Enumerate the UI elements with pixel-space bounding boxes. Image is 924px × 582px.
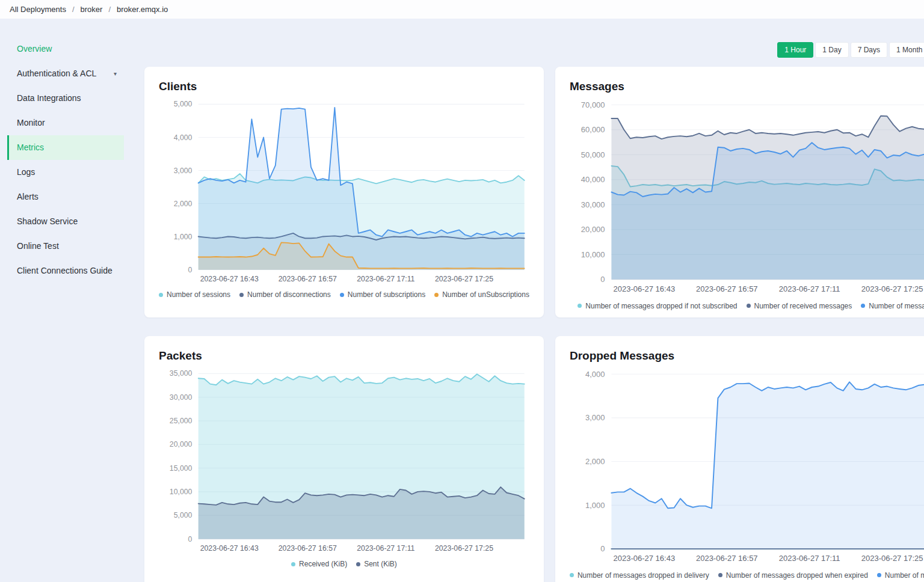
- svg-text:50,000: 50,000: [581, 150, 605, 159]
- svg-text:2023-06-27 16:43: 2023-06-27 16:43: [613, 284, 675, 293]
- legend-item[interactable]: Number of sessions: [159, 290, 230, 299]
- svg-text:10,000: 10,000: [170, 488, 192, 496]
- svg-text:2023-06-27 16:57: 2023-06-27 16:57: [696, 554, 758, 563]
- time-range-toolbar: 1 Hour 1 Day 7 Days 1 Month 6 Months: [144, 42, 924, 58]
- legend-dot-icon: [578, 304, 582, 308]
- svg-text:40,000: 40,000: [581, 175, 605, 184]
- chart-title: Messages: [570, 80, 924, 93]
- chart-panel-packets: Packets 05,00010,00015,00020,00025,00030…: [144, 336, 544, 582]
- legend-label: Number of m: [885, 571, 924, 580]
- messages-chart-canvas[interactable]: 010,00020,00030,00040,00050,00060,00070,…: [570, 96, 924, 302]
- legend-item[interactable]: Received (KiB): [291, 560, 347, 568]
- clients-chart-canvas[interactable]: 01,0002,0003,0004,0005,0002023-06-27 16:…: [159, 96, 529, 290]
- breadcrumb-broker[interactable]: broker: [81, 5, 103, 14]
- legend-dot-icon: [434, 293, 439, 297]
- legend-dot-icon: [861, 304, 865, 308]
- legend-label: Sent (KiB): [364, 560, 397, 568]
- svg-text:2023-06-27 16:43: 2023-06-27 16:43: [613, 554, 675, 563]
- chart-panel-messages: Messages 010,00020,00030,00040,00050,000…: [555, 67, 924, 317]
- sidebar-item-overview[interactable]: Overview: [7, 37, 124, 61]
- legend-label: Number of received messages: [754, 302, 852, 310]
- time-range-1-month[interactable]: 1 Month: [889, 42, 924, 58]
- legend-label: Number of disconnections: [247, 290, 331, 299]
- sidebar-item-label: Alerts: [17, 192, 38, 202]
- legend-dot-icon: [291, 562, 295, 566]
- main-content: 1 Hour 1 Day 7 Days 1 Month 6 Months Cli…: [125, 19, 924, 582]
- legend-item[interactable]: Number of messages dropped when expired: [718, 571, 868, 580]
- legend-label: Number of messages sent: [869, 302, 924, 310]
- legend-dot-icon: [747, 304, 751, 308]
- sidebar-item-monitor[interactable]: Monitor: [7, 111, 124, 135]
- sidebar-item-shadow-service[interactable]: Shadow Service: [7, 209, 124, 234]
- legend-dot-icon: [356, 562, 360, 566]
- legend-dot-icon: [239, 293, 244, 297]
- charts-grid: Clients 01,0002,0003,0004,0005,0002023-0…: [144, 67, 924, 582]
- svg-text:0: 0: [188, 535, 192, 543]
- legend-item[interactable]: Number of subscriptions: [340, 290, 425, 299]
- svg-text:2023-06-27 17:11: 2023-06-27 17:11: [357, 275, 414, 283]
- chart-legend: Number of messages dropped if not subscr…: [570, 302, 924, 310]
- svg-text:1,000: 1,000: [585, 500, 605, 509]
- legend-item[interactable]: Number of messages sent: [861, 302, 924, 310]
- legend-item[interactable]: Number of m: [877, 571, 924, 580]
- svg-text:2023-06-27 16:57: 2023-06-27 16:57: [279, 275, 337, 283]
- breadcrumb-separator: /: [108, 5, 111, 14]
- legend-item[interactable]: Sent (KiB): [356, 560, 397, 568]
- packets-chart-canvas[interactable]: 05,00010,00015,00020,00025,00030,00035,0…: [159, 365, 529, 560]
- sidebar-item-metrics[interactable]: Metrics: [7, 135, 124, 160]
- time-range-group: 1 Hour 1 Day 7 Days 1 Month 6 Months: [777, 42, 924, 58]
- svg-text:2023-06-27 16:57: 2023-06-27 16:57: [696, 284, 758, 293]
- legend-dot-icon: [877, 573, 881, 577]
- svg-text:2023-06-27 17:25: 2023-06-27 17:25: [861, 554, 923, 563]
- sidebar-item-authentication-acl[interactable]: Authentication & ACL ▾: [7, 61, 124, 86]
- svg-text:5,000: 5,000: [174, 511, 192, 519]
- svg-text:4,000: 4,000: [174, 133, 192, 142]
- svg-text:20,000: 20,000: [170, 440, 192, 449]
- sidebar-item-data-integrations[interactable]: Data Integrations: [7, 86, 124, 111]
- svg-text:2023-06-27 17:11: 2023-06-27 17:11: [779, 554, 840, 563]
- chart-panel-clients: Clients 01,0002,0003,0004,0005,0002023-0…: [144, 67, 544, 317]
- svg-text:3,000: 3,000: [174, 167, 192, 175]
- svg-text:2,000: 2,000: [174, 200, 192, 208]
- svg-text:2023-06-27 16:43: 2023-06-27 16:43: [200, 544, 259, 553]
- chart-legend: Received (KiB)Sent (KiB): [159, 560, 529, 568]
- top-bar: All Deployments / broker / broker.emqx.i…: [0, 0, 924, 19]
- svg-text:2023-06-27 17:25: 2023-06-27 17:25: [435, 275, 493, 283]
- legend-item[interactable]: Number of messages dropped if not subscr…: [578, 302, 737, 310]
- breadcrumb-all-deployments[interactable]: All Deployments: [10, 5, 66, 14]
- breadcrumb-separator: /: [72, 5, 75, 14]
- legend-label: Number of messages dropped if not subscr…: [585, 302, 737, 310]
- sidebar-item-logs[interactable]: Logs: [7, 160, 124, 185]
- sidebar-item-online-test[interactable]: Online Test: [7, 234, 124, 259]
- time-range-1-hour[interactable]: 1 Hour: [777, 42, 813, 58]
- legend-item[interactable]: Number of disconnections: [239, 290, 331, 299]
- chart-title: Dropped Messages: [570, 349, 924, 363]
- legend-item[interactable]: Number of messages dropped in delivery: [570, 571, 709, 580]
- svg-text:2023-06-27 16:57: 2023-06-27 16:57: [279, 544, 337, 553]
- sidebar-item-alerts[interactable]: Alerts: [7, 185, 124, 209]
- svg-text:0: 0: [600, 544, 605, 553]
- legend-item[interactable]: Number of received messages: [747, 302, 852, 310]
- svg-text:1,000: 1,000: [174, 233, 192, 241]
- dropped-messages-chart-canvas[interactable]: 01,0002,0003,0004,0002023-06-27 16:43202…: [570, 365, 924, 571]
- sidebar-item-label: Overview: [17, 44, 52, 54]
- sidebar-item-label: Shadow Service: [17, 216, 78, 227]
- svg-text:60,000: 60,000: [581, 125, 605, 134]
- svg-text:15,000: 15,000: [170, 464, 192, 472]
- chart-legend: Number of sessionsNumber of disconnectio…: [159, 290, 529, 299]
- chart-panel-dropped-messages: Dropped Messages 01,0002,0003,0004,00020…: [555, 336, 924, 582]
- svg-text:30,000: 30,000: [170, 393, 192, 402]
- svg-text:4,000: 4,000: [585, 369, 605, 378]
- legend-dot-icon: [718, 573, 722, 577]
- chart-title: Packets: [159, 349, 529, 363]
- legend-label: Number of messages dropped when expired: [726, 571, 868, 580]
- sidebar-item-client-connections-guide[interactable]: Client Connections Guide: [7, 259, 124, 283]
- svg-text:25,000: 25,000: [170, 417, 192, 425]
- time-range-1-day[interactable]: 1 Day: [815, 42, 848, 58]
- legend-label: Number of messages dropped in delivery: [578, 571, 709, 580]
- svg-text:5,000: 5,000: [174, 100, 192, 108]
- time-range-7-days[interactable]: 7 Days: [851, 42, 887, 58]
- legend-item[interactable]: Number of unSubscriptions: [434, 290, 529, 299]
- legend-label: Received (KiB): [299, 560, 347, 568]
- svg-text:70,000: 70,000: [581, 100, 605, 109]
